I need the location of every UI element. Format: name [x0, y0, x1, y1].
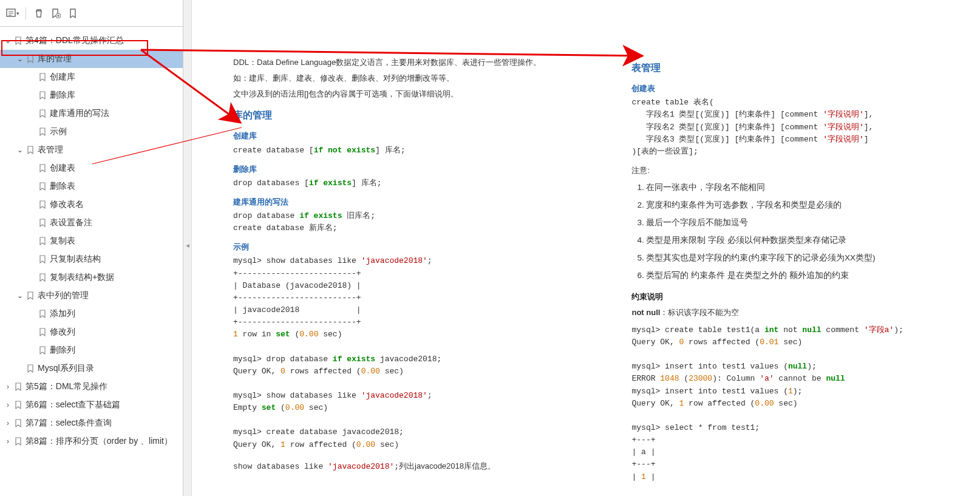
tree-row[interactable]: ›第6篇：select查下基础篇: [0, 396, 183, 414]
tree-label: 复制表结构+数据: [50, 272, 179, 283]
bookmark-icon: [26, 364, 35, 373]
tree-label: 示例: [50, 126, 179, 137]
tree-row[interactable]: ⌄表管理: [0, 141, 183, 159]
tree-row[interactable]: ›复制表: [0, 232, 183, 250]
bookmark-icon: [38, 273, 47, 282]
tree-label: 表中列的管理: [38, 290, 179, 301]
bookmark-icon: [13, 36, 23, 45]
heading-lib-mgmt: 库的管理: [233, 107, 596, 123]
collapse-handle-icon[interactable]: ◂: [184, 239, 191, 251]
chevron-down-icon[interactable]: ⌄: [16, 291, 24, 300]
bookmark-icon: [26, 291, 35, 300]
delete-icon[interactable]: [31, 5, 47, 21]
bookmark-icon: [13, 437, 23, 446]
tree-label: 第5篇：DML常见操作: [26, 381, 179, 392]
notnull-desc: not null：标识该字段不能为空: [631, 306, 948, 319]
tree-row[interactable]: ›示例: [0, 123, 183, 141]
code-block: drop databases [if exists] 库名;: [233, 177, 596, 189]
bookmark-icon: [38, 200, 47, 209]
tree-row[interactable]: ›添加列: [0, 305, 183, 323]
chevron-down-icon[interactable]: ⌄: [16, 146, 24, 154]
tree-label: 删除库: [50, 90, 179, 101]
tree-row[interactable]: ⌄库的管理: [0, 50, 183, 68]
tree-row[interactable]: ›删除列: [0, 341, 183, 359]
code-block: create table 表名( 字段名1 类型[(宽度)] [约束条件] [c…: [631, 97, 948, 158]
code-block: mysql> create table test1(a int not null…: [631, 324, 948, 483]
tree-row[interactable]: ›表设置备注: [0, 214, 183, 232]
tree-label: 添加列: [50, 308, 179, 319]
chevron-right-icon[interactable]: ›: [4, 401, 12, 409]
tree-label: 复制表: [50, 236, 179, 246]
heading-create-table: 创建表: [631, 82, 948, 95]
chevron-right-icon[interactable]: ›: [4, 419, 12, 427]
bookmark-icon: [38, 164, 47, 172]
tree-row[interactable]: ›修改表名: [0, 195, 183, 214]
tree-row[interactable]: ›只复制表结构: [0, 250, 183, 268]
bookmark-icon: [26, 146, 35, 154]
list-item: 宽度和约束条件为可选参数，字段名和类型是必须的: [646, 199, 948, 212]
note-heading: 注意:: [631, 164, 948, 177]
tree-row[interactable]: ›修改列: [0, 323, 183, 341]
chevron-down-icon[interactable]: ⌄: [16, 55, 24, 63]
page-left: DDL：Data Define Language数据定义语言，主要用来对数据库、…: [233, 13, 607, 496]
tree-row[interactable]: ›建库通用的写法: [0, 104, 183, 123]
add-bookmark-icon[interactable]: [48, 5, 64, 21]
bookmark-icon: [38, 182, 47, 191]
tree-row[interactable]: ›删除库: [0, 86, 183, 104]
list-item: 类型后写的 约束条件 是在类型之外的 额外追加的约束: [646, 269, 948, 283]
bookmark-icon: [38, 255, 47, 263]
bookmark-icon: [38, 310, 47, 318]
heading-example: 示例: [233, 240, 596, 254]
bookmark-tree[interactable]: ⌄第4篇：DDL常见操作汇总⌄库的管理›创建库›删除库›建库通用的写法›示例⌄表…: [0, 27, 183, 496]
splitter-gutter[interactable]: ◂: [183, 0, 192, 496]
tree-label: 第6篇：select查下基础篇: [26, 399, 179, 410]
bookmark-icon: [13, 382, 23, 391]
chevron-right-icon[interactable]: ›: [4, 437, 12, 446]
bookmark-icon: [38, 91, 47, 100]
bookmark-icon: [38, 127, 47, 136]
tree-label: 第4篇：DDL常见操作汇总: [26, 35, 179, 46]
tree-row[interactable]: ›第7篇：select条件查询: [0, 414, 183, 432]
bookmark-icon: [38, 109, 47, 118]
example-tail: show databases like 'javacode2018';列出jav…: [233, 460, 596, 473]
tree-row[interactable]: ›第5篇：DML常见操作: [0, 378, 183, 396]
list-item: 最后一个字段后不能加逗号: [646, 216, 948, 230]
notes-list: 在同一张表中，字段名不能相同宽度和约束条件为可选参数，字段名和类型是必须的最后一…: [646, 181, 948, 283]
bookmark-icon: [38, 237, 47, 245]
tree-row[interactable]: ⌄第4篇：DDL常见操作汇总: [0, 32, 183, 50]
intro-line: 如：建库、删库、建表、修改表、删除表、对列的增删改等等。: [233, 72, 596, 85]
chevron-down-icon[interactable]: ⌄: [4, 36, 12, 45]
tree-row[interactable]: ›复制表结构+数据: [0, 268, 183, 287]
code-block: create database [if not exists] 库名;: [233, 144, 596, 157]
bookmark-icon: [26, 55, 35, 63]
bookmark-sidebar: ▾ ⌄第4篇：DDL常见操作汇总⌄库的管理›创建库›删除库›建库通用的写法›示例…: [0, 0, 183, 496]
bookmark-ribbon-icon[interactable]: [65, 5, 81, 21]
tree-label: 库的管理: [38, 53, 179, 64]
tree-row[interactable]: ›删除表: [0, 177, 183, 195]
intro-line: 文中涉及到的语法用[]包含的内容属于可选项，下面做详细说明。: [233, 87, 596, 101]
tree-label: 创建表: [50, 163, 179, 174]
heading-constraint: 约束说明: [631, 290, 948, 304]
tree-row[interactable]: ›创建表: [0, 159, 183, 177]
tree-label: Mysql系列目录: [38, 363, 179, 374]
list-item: 在同一张表中，字段名不能相同: [646, 181, 948, 195]
tree-label: 只复制表结构: [50, 254, 179, 265]
options-icon[interactable]: ▾: [5, 5, 21, 21]
tree-label: 删除表: [50, 181, 179, 192]
tree-label: 修改表名: [50, 199, 179, 210]
document-content: DDL：Data Define Language数据定义语言，主要用来对数据库、…: [192, 0, 980, 496]
bookmark-icon: [13, 419, 23, 427]
code-block: mysql> show databases like 'javacode2018…: [233, 255, 596, 450]
code-block: drop database if exists 旧库名; create data…: [233, 210, 596, 234]
list-item: 类型是用来限制 字段 必须以何种数据类型来存储记录: [646, 234, 948, 248]
sidebar-toolbar: ▾: [0, 0, 183, 27]
tree-row[interactable]: ›创建库: [0, 68, 183, 86]
tree-row[interactable]: ›第8篇：排序和分页（order by 、limit）: [0, 432, 183, 450]
chevron-right-icon[interactable]: ›: [4, 382, 12, 391]
page-right: 表管理 创建表 create table 表名( 字段名1 类型[(宽度)] […: [631, 13, 959, 496]
list-item: 类型其实也是对字段的约束(约束字段下的记录必须为XX类型): [646, 251, 948, 265]
tree-row[interactable]: ⌄表中列的管理: [0, 287, 183, 305]
tree-label: 表设置备注: [50, 217, 179, 228]
bookmark-icon: [38, 219, 47, 227]
tree-row[interactable]: ›Mysql系列目录: [0, 359, 183, 378]
